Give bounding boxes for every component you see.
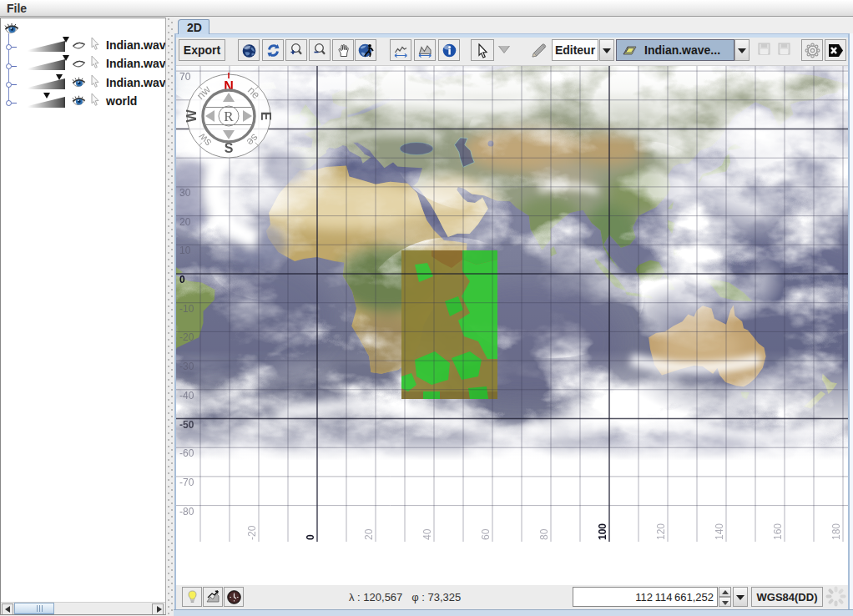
svg-text:-10: -10	[179, 303, 194, 315]
svg-text:W: W	[184, 109, 199, 123]
svg-text:40: 40	[421, 528, 433, 540]
svg-text:E: E	[259, 112, 273, 121]
svg-text:-50: -50	[179, 419, 194, 431]
svg-text:20: 20	[363, 528, 375, 540]
svg-text:140: 140	[714, 523, 725, 540]
svg-text:-60: -60	[179, 447, 194, 459]
svg-text:80: 80	[538, 528, 550, 540]
svg-text:30: 30	[179, 187, 191, 199]
svg-text:60: 60	[480, 528, 492, 540]
svg-text:-80: -80	[179, 506, 194, 518]
svg-text:100: 100	[597, 523, 608, 540]
svg-text:20: 20	[179, 216, 191, 228]
svg-text:-70: -70	[179, 477, 194, 488]
svg-text:-20: -20	[179, 331, 194, 343]
svg-text:0: 0	[179, 274, 185, 285]
svg-text:180: 180	[830, 523, 842, 540]
svg-text:-20: -20	[246, 525, 258, 540]
svg-text:10: 10	[179, 245, 191, 256]
svg-text:-40: -40	[179, 390, 194, 401]
svg-text:0: 0	[305, 534, 316, 540]
svg-text:-30: -30	[179, 361, 194, 372]
svg-text:R: R	[224, 109, 234, 124]
svg-text:120: 120	[655, 523, 667, 540]
svg-text:160: 160	[772, 523, 784, 540]
